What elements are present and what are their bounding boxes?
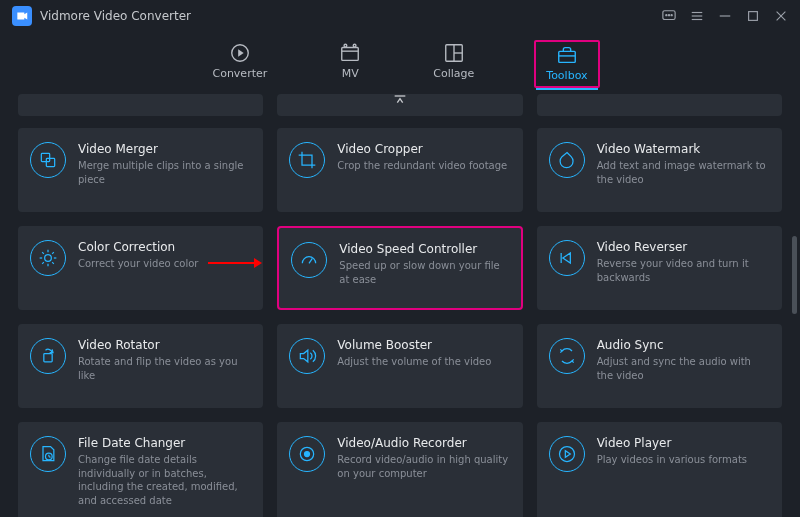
watermark-icon <box>549 142 585 178</box>
partial-card <box>18 94 263 116</box>
card-desc: Merge multiple clips into a single piece <box>78 159 249 186</box>
card-text: Video Merger Merge multiple clips into a… <box>78 142 249 198</box>
cropper-icon <box>289 142 325 178</box>
svg-line-33 <box>52 252 54 254</box>
card-desc: Change file date details individually or… <box>78 453 249 507</box>
card-text: Video Cropper Crop the redundant video f… <box>337 142 507 198</box>
feedback-icon[interactable] <box>662 9 676 23</box>
card-text: Video Rotator Rotate and flip the video … <box>78 338 249 394</box>
close-icon[interactable] <box>774 9 788 23</box>
player-icon <box>549 436 585 472</box>
card-text: Video Reverser Reverse your video and tu… <box>597 240 768 296</box>
audio-sync-icon <box>549 338 585 374</box>
svg-point-2 <box>668 15 669 16</box>
card-title: Video Merger <box>78 142 249 156</box>
card-video-speed-controller[interactable]: Video Speed Controller Speed up or slow … <box>277 226 522 310</box>
card-video-cropper[interactable]: Video Cropper Crop the redundant video f… <box>277 128 522 212</box>
toolbox-icon <box>556 44 578 66</box>
nav-label: MV <box>342 67 359 80</box>
recorder-icon <box>289 436 325 472</box>
svg-point-15 <box>344 44 347 47</box>
titlebar: Vidmore Video Converter <box>0 0 800 32</box>
card-title: Video Watermark <box>597 142 768 156</box>
nav-label: Converter <box>212 67 267 80</box>
svg-marker-35 <box>562 253 570 263</box>
titlebar-left: Vidmore Video Converter <box>12 6 191 26</box>
card-file-date-changer[interactable]: File Date Changer Change file date detai… <box>18 422 263 517</box>
card-desc: Speed up or slow down your file at ease <box>339 259 506 286</box>
card-text: Video Speed Controller Speed up or slow … <box>339 242 506 294</box>
card-title: File Date Changer <box>78 436 249 450</box>
card-title: Video Player <box>597 436 747 450</box>
card-text: Video Watermark Add text and image water… <box>597 142 768 198</box>
card-title: Video/Audio Recorder <box>337 436 508 450</box>
rotator-icon <box>30 338 66 374</box>
nav-toolbox[interactable]: Toolbox <box>534 40 599 88</box>
card-text: File Date Changer Change file date detai… <box>78 436 249 507</box>
card-video-reverser[interactable]: Video Reverser Reverse your video and tu… <box>537 226 782 310</box>
card-text: Video Player Play videos in various form… <box>597 436 747 507</box>
speed-icon <box>291 242 327 278</box>
collage-icon <box>443 42 465 64</box>
card-desc: Record video/audio in high quality on yo… <box>337 453 508 480</box>
card-video-player[interactable]: Video Player Play videos in various form… <box>537 422 782 517</box>
card-title: Audio Sync <box>597 338 768 352</box>
svg-line-41 <box>49 457 51 458</box>
window-controls <box>662 9 788 23</box>
maximize-icon[interactable] <box>746 9 760 23</box>
mv-icon <box>339 42 361 64</box>
svg-line-30 <box>42 252 44 254</box>
svg-rect-13 <box>342 48 359 61</box>
svg-rect-8 <box>749 12 758 21</box>
svg-rect-37 <box>44 354 52 362</box>
card-color-correction[interactable]: Color Correction Correct your video colo… <box>18 226 263 310</box>
svg-point-16 <box>353 44 356 47</box>
nav-converter[interactable]: Converter <box>200 42 279 88</box>
main-nav: Converter MV Collage Toolbox <box>0 32 800 88</box>
converter-icon <box>229 42 251 64</box>
content-area: Video Merger Merge multiple clips into a… <box>0 88 800 517</box>
card-text: Audio Sync Adjust and sync the audio wit… <box>597 338 768 394</box>
date-icon <box>30 436 66 472</box>
svg-marker-12 <box>238 49 244 56</box>
card-video-merger[interactable]: Video Merger Merge multiple clips into a… <box>18 128 263 212</box>
svg-rect-20 <box>559 51 576 62</box>
merger-icon <box>30 142 66 178</box>
menu-icon[interactable] <box>690 9 704 23</box>
tools-grid: Video Merger Merge multiple clips into a… <box>18 128 782 517</box>
color-icon <box>30 240 66 276</box>
collapse-icon[interactable] <box>392 92 408 112</box>
svg-point-1 <box>666 15 667 16</box>
partial-card <box>537 94 782 116</box>
card-video-rotator[interactable]: Video Rotator Rotate and flip the video … <box>18 324 263 408</box>
card-title: Video Cropper <box>337 142 507 156</box>
svg-marker-45 <box>565 451 570 458</box>
card-desc: Add text and image watermark to the vide… <box>597 159 768 186</box>
nav-mv[interactable]: MV <box>327 42 373 88</box>
card-volume-booster[interactable]: Volume Booster Adjust the volume of the … <box>277 324 522 408</box>
nav-collage[interactable]: Collage <box>421 42 486 88</box>
card-desc: Crop the redundant video footage <box>337 159 507 173</box>
volume-icon <box>289 338 325 374</box>
svg-line-34 <box>309 258 312 263</box>
card-desc: Adjust the volume of the video <box>337 355 491 369</box>
minimize-icon[interactable] <box>718 9 732 23</box>
card-video-watermark[interactable]: Video Watermark Add text and image water… <box>537 128 782 212</box>
svg-point-25 <box>45 255 52 262</box>
scrollbar-thumb[interactable] <box>792 236 797 314</box>
card-title: Color Correction <box>78 240 198 254</box>
card-text: Video/Audio Recorder Record video/audio … <box>337 436 508 507</box>
card-desc: Play videos in various formats <box>597 453 747 467</box>
card-recorder[interactable]: Video/Audio Recorder Record video/audio … <box>277 422 522 517</box>
nav-label: Toolbox <box>546 69 587 82</box>
svg-point-43 <box>305 452 310 457</box>
app-logo <box>12 6 32 26</box>
svg-line-32 <box>42 262 44 264</box>
card-audio-sync[interactable]: Audio Sync Adjust and sync the audio wit… <box>537 324 782 408</box>
app-title: Vidmore Video Converter <box>40 9 191 23</box>
card-title: Video Reverser <box>597 240 768 254</box>
svg-point-3 <box>671 15 672 16</box>
reverser-icon <box>549 240 585 276</box>
svg-line-31 <box>52 262 54 264</box>
card-desc: Reverse your video and turn it backwards <box>597 257 768 284</box>
